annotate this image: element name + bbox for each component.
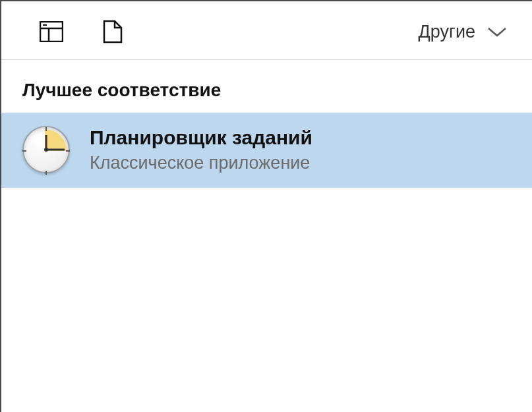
- result-subtitle: Классическое приложение: [90, 153, 312, 173]
- result-title: Планировщик заданий: [90, 127, 312, 149]
- result-text-block: Планировщик заданий Классическое приложе…: [90, 127, 312, 173]
- chevron-down-icon: [487, 22, 507, 42]
- apps-filter-icon[interactable]: [40, 21, 63, 42]
- task-scheduler-icon: [22, 126, 70, 173]
- toolbar-filters: [40, 20, 123, 44]
- search-toolbar: Другие: [1, 1, 532, 60]
- other-filters-dropdown[interactable]: Другие: [419, 22, 512, 42]
- search-result-item[interactable]: Планировщик заданий Классическое приложе…: [1, 113, 532, 188]
- best-match-header: Лучшее соответствие: [1, 60, 532, 113]
- dropdown-label: Другие: [419, 22, 475, 42]
- documents-filter-icon[interactable]: [103, 20, 123, 44]
